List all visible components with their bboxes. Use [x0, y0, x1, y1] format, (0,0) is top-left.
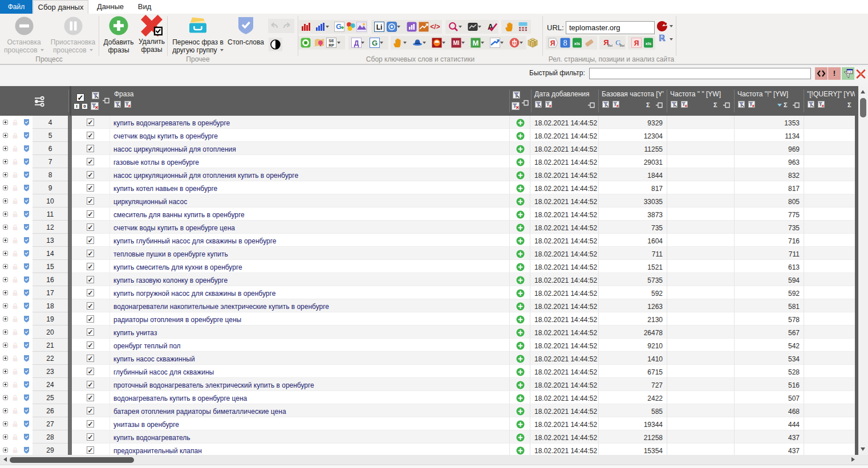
svg-text:8: 8	[563, 39, 567, 47]
svg-text:G: G	[372, 39, 378, 47]
svg-text:Li: Li	[376, 23, 383, 31]
svg-text:</>: </>	[430, 23, 440, 31]
svg-text:xls: xls	[646, 41, 651, 46]
svg-text:RP: RP	[328, 43, 334, 47]
svg-text:Я: Я	[634, 39, 639, 47]
svg-text:MI: MI	[453, 40, 459, 46]
svg-text:M: M	[473, 39, 479, 47]
svg-text:Rel: Rel	[620, 44, 624, 47]
svg-text:xls: xls	[574, 41, 580, 46]
svg-text:SE: SE	[328, 39, 334, 43]
svg-text:Д: Д	[354, 39, 359, 47]
svg-text:Rel: Rel	[608, 44, 613, 47]
svg-text:G: G	[336, 22, 342, 31]
svg-text:Я: Я	[550, 39, 555, 47]
